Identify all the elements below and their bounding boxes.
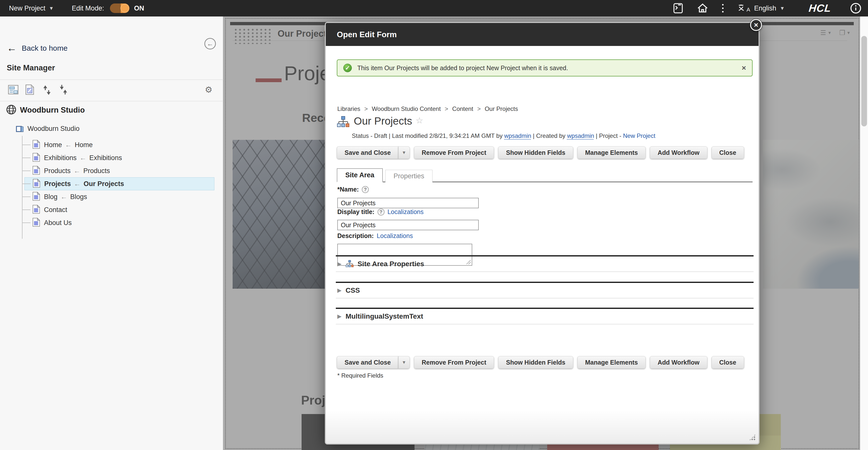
- collapse-all-icon[interactable]: [58, 84, 69, 96]
- remove-from-project-button[interactable]: Remove From Project: [414, 356, 494, 368]
- tree-item-projects-selected[interactable]: Projects←Our Projects: [25, 177, 214, 190]
- open-edit-form-dialog: Open Edit Form × ✓ This item Our Project…: [325, 22, 760, 445]
- close-button[interactable]: Close: [712, 356, 744, 368]
- tree-item-contact[interactable]: Contact: [25, 203, 214, 216]
- site-header: Woodburn Studio: [6, 104, 85, 116]
- chevron-down-icon: ▼: [780, 5, 785, 11]
- expand-arrow-icon[interactable]: ▶: [337, 261, 342, 267]
- description-localizations-link[interactable]: Localizations: [377, 232, 413, 239]
- page-icon: [33, 179, 40, 189]
- expand-arrow-icon[interactable]: ▶: [337, 287, 342, 294]
- back-arrow-icon: ←: [7, 42, 17, 54]
- dialog-title: Open Edit Form: [337, 30, 397, 39]
- created-by-link[interactable]: wpsadmin: [567, 132, 594, 139]
- collapse-panel-button[interactable]: ←: [205, 38, 216, 50]
- item-title: Our Projects: [354, 116, 412, 126]
- section-site-area-properties[interactable]: ▶ Site Area Properties: [336, 255, 753, 272]
- tree-item-products[interactable]: Products←Products: [25, 164, 214, 177]
- message-dismiss-icon[interactable]: ×: [742, 64, 746, 72]
- manage-elements-button[interactable]: Manage Elements: [578, 356, 646, 368]
- action-buttons-top: Save and Close ▼ Remove From Project Sho…: [337, 146, 744, 159]
- settings-gear-icon[interactable]: ⚙: [203, 84, 214, 95]
- tree-item-blog[interactable]: Blog←Blogs: [25, 190, 214, 203]
- dialog-resize-grip[interactable]: [749, 434, 755, 441]
- info-icon[interactable]: [850, 2, 862, 14]
- tree-item-exhibitions[interactable]: Exhibitions←Exhibitions: [25, 151, 214, 164]
- divider: [0, 101, 223, 101]
- top-bar: New Project ▼ Edit Mode: ON A English ▼: [0, 0, 868, 17]
- project-selector-label: New Project: [9, 4, 45, 12]
- expand-all-icon[interactable]: [41, 84, 53, 96]
- tab-site-area[interactable]: Site Area: [337, 168, 383, 182]
- project-link[interactable]: New Project: [623, 132, 655, 139]
- chevron-down-icon: ▼: [49, 5, 54, 11]
- edit-mode-toggle[interactable]: [110, 3, 129, 13]
- section-multilingual-system-text[interactable]: ▶ MultilingualSystemText: [336, 308, 753, 324]
- tab-properties[interactable]: Properties: [385, 170, 433, 182]
- tree-item-about-us[interactable]: About Us: [25, 216, 214, 229]
- page-icon: [32, 205, 40, 215]
- item-title-row: Our Projects ☆: [337, 116, 423, 128]
- home-icon[interactable]: [697, 3, 708, 14]
- tree-item-home[interactable]: Home←Home: [25, 138, 214, 151]
- vertical-scrollbar[interactable]: [860, 17, 868, 450]
- close-button[interactable]: Close: [712, 146, 744, 159]
- success-check-icon: ✓: [343, 64, 352, 72]
- section-css[interactable]: ▶ CSS: [336, 282, 753, 298]
- hcl-logo: HCL: [808, 2, 832, 14]
- scrollbar-thumb[interactable]: [861, 36, 867, 126]
- project-selector[interactable]: New Project ▼: [9, 4, 54, 12]
- sidebar-title: Site Manager: [7, 63, 55, 72]
- breadcrumb-content[interactable]: Content: [452, 105, 473, 112]
- breadcrumb: Libraries > Woodburn Studio Content > Co…: [337, 105, 518, 112]
- save-options-dropdown[interactable]: ▼: [398, 146, 410, 159]
- toggle-knob: [120, 4, 129, 12]
- add-workflow-button[interactable]: Add Workflow: [650, 146, 707, 159]
- back-to-home-link[interactable]: ← Back to home: [7, 42, 67, 54]
- kebab-menu-icon[interactable]: [722, 4, 723, 12]
- help-icon[interactable]: ?: [377, 208, 384, 216]
- display-title-localizations-link[interactable]: Localizations: [388, 208, 424, 216]
- modified-by-link[interactable]: wpsadmin: [504, 132, 531, 139]
- success-message: ✓ This item Our Projects will be added t…: [337, 59, 752, 76]
- manage-elements-button[interactable]: Manage Elements: [578, 146, 646, 159]
- tree-connector: [22, 136, 23, 239]
- new-site-area-icon[interactable]: [7, 84, 19, 96]
- save-and-close-button[interactable]: Save and Close: [337, 356, 398, 368]
- side-panel-icon[interactable]: [673, 3, 683, 14]
- tree-root-node[interactable]: Woodburn Studio: [16, 124, 80, 133]
- save-and-close-button[interactable]: Save and Close: [337, 146, 398, 159]
- dialog-close-button[interactable]: ×: [750, 19, 762, 31]
- expand-arrow-icon[interactable]: ▶: [337, 313, 342, 320]
- new-content-icon[interactable]: [24, 84, 35, 96]
- show-hidden-fields-button[interactable]: Show Hidden Fields: [498, 356, 573, 368]
- save-options-dropdown[interactable]: ▼: [398, 356, 410, 368]
- globe-icon: [6, 104, 17, 116]
- display-title-input[interactable]: [337, 220, 479, 230]
- action-buttons-bottom: Save and Close ▼ Remove From Project Sho…: [337, 356, 744, 368]
- required-fields-note: * Required Fields: [337, 372, 383, 379]
- breadcrumb-libraries[interactable]: Libraries: [337, 105, 360, 112]
- remove-from-project-button[interactable]: Remove From Project: [414, 146, 494, 159]
- show-hidden-fields-button[interactable]: Show Hidden Fields: [498, 146, 573, 159]
- translate-icon: A: [738, 4, 750, 13]
- page-icon: [32, 140, 40, 150]
- language-selector[interactable]: English ▼: [754, 4, 784, 12]
- favorite-star-icon[interactable]: ☆: [415, 116, 423, 125]
- library-icon: [16, 124, 24, 133]
- name-label-row: *Name: ?: [337, 186, 369, 193]
- sidebar-toolbar: ⚙: [0, 80, 223, 101]
- success-message-text: This item Our Projects will be added to …: [357, 64, 568, 72]
- help-icon[interactable]: ?: [362, 186, 369, 193]
- hcl-dx-screen: New Project ▼ Edit Mode: ON A English ▼: [0, 0, 868, 450]
- name-input[interactable]: [337, 198, 479, 208]
- page-icon: [32, 166, 40, 176]
- add-workflow-button[interactable]: Add Workflow: [650, 356, 707, 368]
- dialog-header[interactable]: Open Edit Form: [326, 23, 758, 46]
- display-title-label-row: Display title: ? Localizations: [337, 208, 424, 216]
- description-label-row: Description: Localizations: [337, 232, 413, 239]
- breadcrumb-library[interactable]: Woodburn Studio Content: [372, 105, 441, 112]
- site-name: Woodburn Studio: [20, 106, 85, 115]
- edit-mode-label: Edit Mode:: [72, 4, 104, 12]
- site-manager-sidebar: ← Back to home ← Site Manager ⚙: [0, 17, 223, 450]
